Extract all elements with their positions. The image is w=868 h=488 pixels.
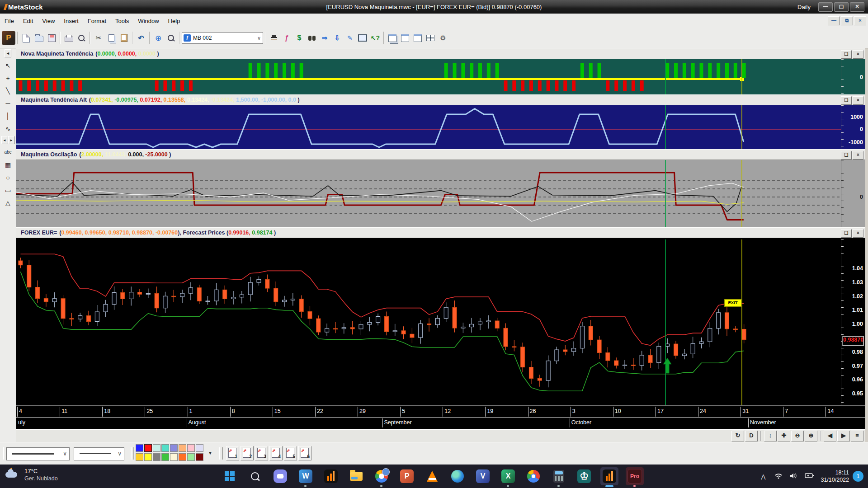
color-swatch[interactable] — [144, 453, 152, 461]
new-chart-button[interactable] — [20, 32, 33, 44]
color-swatch[interactable] — [187, 453, 195, 461]
menu-window[interactable]: Window — [133, 15, 163, 27]
word-icon[interactable]: W — [297, 467, 315, 485]
open-button[interactable] — [33, 32, 45, 44]
menu-insert[interactable]: Insert — [59, 15, 83, 27]
downloader-button[interactable]: ⇩ — [331, 32, 344, 44]
powerpoint-icon[interactable]: P — [398, 467, 416, 485]
save-button[interactable] — [45, 32, 58, 44]
expert-advisor-button[interactable] — [268, 32, 280, 44]
chess-icon[interactable]: ♔ — [575, 467, 593, 485]
mdi-close-button[interactable]: × — [854, 16, 866, 25]
daily-periodicity-button[interactable]: D — [745, 431, 758, 441]
chart-preset-button-2[interactable]: ⇗2 — [241, 446, 254, 460]
visio-icon[interactable]: V — [474, 467, 492, 485]
panel-restore-button[interactable]: ❑ — [841, 151, 852, 160]
battery-icon[interactable] — [802, 473, 817, 480]
formula-combobox[interactable]: fMB 002∨ — [182, 32, 263, 44]
metastock-active-icon[interactable] — [600, 467, 618, 485]
trendline-tool[interactable]: ╲ — [2, 85, 14, 96]
color-swatch[interactable] — [144, 444, 152, 452]
panel-restore-button[interactable]: ❑ — [841, 229, 852, 238]
chrome-profile-icon[interactable] — [373, 467, 391, 485]
horizontal-line-tool[interactable]: ─ — [2, 98, 14, 109]
line-style-combobox[interactable]: ∨ — [6, 447, 70, 460]
indicator-builder-button[interactable]: ƒ — [280, 32, 293, 44]
start-button[interactable] — [221, 467, 239, 485]
tile-vertical-button[interactable] — [411, 32, 424, 44]
options-button[interactable]: ✎ — [344, 32, 356, 44]
pointer-tool[interactable]: ↖ — [2, 60, 14, 71]
metastock-icon[interactable] — [322, 467, 340, 485]
menu-help[interactable]: Help — [164, 15, 185, 27]
scroll-right-button[interactable]: ▸ — [8, 136, 15, 144]
color-swatch[interactable] — [136, 453, 143, 461]
collapse-panel-button[interactable]: ◄ — [5, 49, 11, 57]
color-swatch[interactable] — [196, 453, 203, 461]
scroll-left-button[interactable]: ◀ — [824, 431, 836, 441]
vertical-zoom-button[interactable]: ↕ — [764, 431, 777, 441]
crosshair-tool[interactable]: + — [2, 72, 14, 84]
color-swatch[interactable] — [179, 444, 186, 452]
triangle-tool[interactable]: △ — [2, 197, 14, 208]
chart-preset-button-4[interactable]: ⇗4 — [269, 446, 283, 460]
zoom-selection-button[interactable] — [165, 32, 177, 44]
scroll-right-button[interactable]: ▶ — [837, 431, 850, 441]
panel-restore-button[interactable]: ❑ — [841, 96, 852, 105]
grid-tool[interactable]: ▦ — [2, 159, 14, 170]
color-swatch[interactable] — [170, 444, 178, 452]
menu-edit[interactable]: Edit — [19, 15, 38, 27]
rectangle-tool[interactable]: ▭ — [2, 184, 14, 196]
color-swatch[interactable] — [153, 444, 160, 452]
chart-preset-button-5[interactable]: ⇗5 — [284, 446, 297, 460]
chart-preset-button-1[interactable]: ⇗1 — [226, 446, 239, 460]
zigzag-tool[interactable]: ∿ — [2, 123, 14, 134]
chart-preset-button-3[interactable]: ⇗3 — [255, 446, 268, 460]
color-swatch[interactable] — [136, 444, 143, 452]
calculator-icon[interactable] — [550, 467, 568, 485]
color-swatch[interactable] — [153, 453, 160, 461]
undo-button[interactable]: ↶ — [135, 32, 147, 44]
zoom-out-button[interactable]: ⊖ — [791, 431, 804, 441]
tray-expand-icon[interactable]: ⋀ — [755, 473, 771, 480]
panel-close-button[interactable]: × — [853, 96, 863, 105]
color-swatch[interactable] — [196, 444, 203, 452]
zoom-in-button[interactable]: ⊕ — [805, 431, 817, 441]
weather-widget[interactable]: 17°CGer. Nublado — [5, 467, 58, 483]
pro-icon[interactable]: Pro — [626, 467, 644, 485]
scroll-left-button[interactable]: ◂ — [1, 136, 8, 144]
panel-restore-button[interactable]: ❑ — [841, 50, 852, 59]
color-swatch[interactable] — [170, 453, 178, 461]
file-explorer-icon[interactable] — [347, 467, 365, 485]
excel-icon[interactable]: X — [499, 467, 517, 485]
tile-horizontal-button[interactable] — [399, 32, 411, 44]
copy-button[interactable] — [105, 32, 118, 44]
panel-close-button[interactable]: × — [853, 151, 863, 160]
help-pointer-button[interactable]: ↖? — [369, 32, 382, 44]
cut-button[interactable]: ✂ — [92, 32, 105, 44]
menu-file[interactable]: File — [0, 15, 19, 27]
customize-button[interactable]: ⚙ — [437, 32, 449, 44]
menu-format[interactable]: Format — [83, 15, 111, 27]
paste-button[interactable] — [118, 32, 130, 44]
vertical-line-tool[interactable]: │ — [2, 110, 14, 122]
mdi-minimize-button[interactable]: — — [828, 16, 840, 25]
forecaster-button[interactable]: ⇒ — [318, 32, 331, 44]
wifi-icon[interactable] — [771, 473, 786, 480]
text-tool[interactable]: abc — [2, 146, 14, 158]
chrome-icon[interactable] — [524, 467, 542, 485]
clock-widget[interactable]: 18:1131/10/2022 — [821, 469, 849, 483]
print-preview-button[interactable] — [75, 32, 88, 44]
search-button[interactable] — [246, 467, 264, 485]
minimize-button[interactable]: — — [818, 2, 833, 12]
color-swatch[interactable] — [161, 444, 169, 452]
close-button[interactable]: ✕ — [850, 2, 864, 12]
mdi-restore-button[interactable]: ⧉ — [841, 16, 853, 25]
pan-button[interactable]: ✚ — [778, 431, 790, 441]
cascade-windows-button[interactable] — [386, 32, 399, 44]
vlc-icon[interactable] — [423, 467, 441, 485]
system-tester-button[interactable]: $ — [293, 32, 306, 44]
color-swatch[interactable] — [179, 453, 186, 461]
ellipse-tool[interactable]: ○ — [2, 172, 14, 183]
crosshair-pointer-button[interactable]: ⊕ — [152, 32, 165, 44]
